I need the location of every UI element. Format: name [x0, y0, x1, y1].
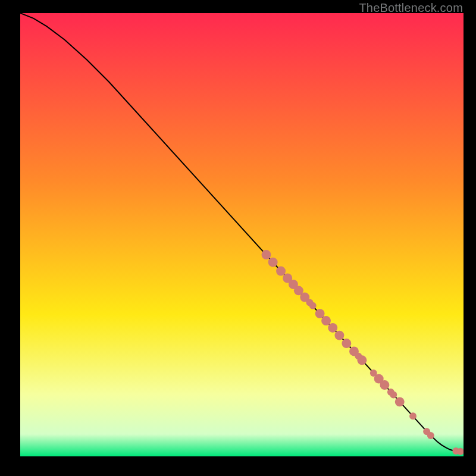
chart-svg — [20, 13, 464, 456]
chart-container: TheBottleneck.com — [0, 0, 476, 476]
data-point — [309, 302, 317, 309]
data-point — [276, 267, 286, 276]
plot-area — [20, 13, 464, 456]
data-point — [357, 355, 367, 365]
data-point — [268, 258, 278, 267]
data-point — [328, 323, 337, 333]
data-point — [427, 432, 434, 439]
data-point — [262, 250, 271, 259]
data-point — [342, 339, 351, 348]
data-point — [380, 380, 389, 390]
data-point — [321, 316, 331, 325]
data-point — [390, 391, 397, 398]
data-point — [334, 331, 344, 340]
gradient-background — [20, 13, 464, 456]
data-point — [409, 412, 416, 419]
data-point — [315, 309, 325, 318]
data-point — [395, 397, 405, 406]
